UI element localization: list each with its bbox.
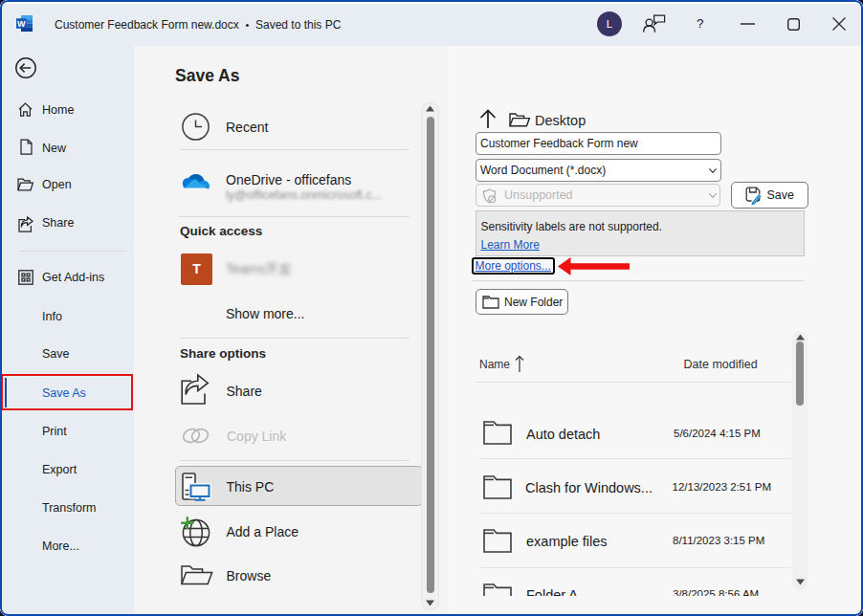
svg-text:W: W: [17, 19, 26, 29]
